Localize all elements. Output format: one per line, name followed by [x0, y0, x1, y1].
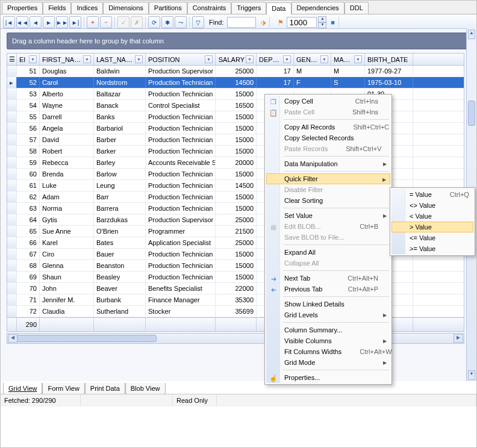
menu-paste-cell[interactable]: 📋 Paste CellShift+Ins — [266, 107, 390, 117]
cell-salary[interactable]: 14500 — [216, 180, 257, 191]
cell-ei[interactable]: 63 — [17, 203, 40, 214]
cell-first-name[interactable]: Luke — [40, 180, 94, 191]
chevron-down-icon[interactable]: ▼ — [246, 55, 254, 63]
cell-ei[interactable]: 71 — [17, 294, 40, 305]
cell-position[interactable]: Production Technician — [146, 249, 216, 260]
filter-gt[interactable]: > Value — [391, 222, 473, 232]
cell-last-name[interactable]: Barrera — [94, 203, 146, 214]
cell-last-name[interactable]: Barley — [94, 157, 146, 168]
cell-position[interactable]: Production Technician — [146, 180, 216, 191]
cell-salary[interactable]: 15000 — [216, 169, 257, 179]
cell-position[interactable]: Benefits Specialist — [146, 283, 216, 294]
cell-last-name[interactable]: Barker — [94, 146, 146, 157]
table-row[interactable]: 71Jennifer M.BurbankFinance Manager35300… — [7, 294, 464, 306]
nav-prev-button[interactable]: ◄ — [30, 16, 42, 28]
chevron-down-icon[interactable]: ▼ — [29, 55, 37, 63]
cell-salary[interactable]: 15000 — [216, 203, 257, 214]
cell-position[interactable]: Production Technician — [146, 77, 216, 88]
chevron-down-icon[interactable]: ▼ — [135, 55, 143, 63]
goto-bookmark-button[interactable]: ⤳ — [175, 16, 187, 28]
tab-constraints[interactable]: Constraints — [187, 2, 232, 14]
cell-position[interactable]: Production Supervisor — [146, 66, 216, 76]
filter-gte[interactable]: >= Value — [391, 243, 473, 254]
cell-birth-date[interactable]: 1975-03-10 — [365, 77, 413, 88]
cell-gender[interactable]: M — [294, 66, 331, 76]
tab-data[interactable]: Data — [266, 2, 291, 14]
filter-lt[interactable]: < Value — [391, 211, 473, 222]
col-header-first-name[interactable]: FIRST_NAME▼ — [40, 54, 94, 65]
cell-salary[interactable]: 25000 — [216, 66, 257, 76]
table-row[interactable]: 68GlennaBeanstonProduction Technician150… — [7, 260, 464, 272]
limit-refresh-icon[interactable]: ■ — [328, 17, 337, 27]
cell-salary[interactable]: 22000 — [216, 283, 257, 294]
menu-save-blob[interactable]: Save BLOB to File... — [266, 232, 390, 243]
find-exec-icon[interactable]: ⬗ — [258, 17, 268, 27]
cell-last-name[interactable]: Nordstrom — [94, 77, 146, 88]
nav-prev-page-button[interactable]: ◄◄ — [16, 16, 28, 28]
menu-visible-columns[interactable]: Visible Columns — [266, 335, 390, 346]
table-row[interactable]: 60BrendaBarlowProduction Technician15000 — [7, 169, 464, 180]
cell-first-name[interactable]: Brenda — [40, 169, 94, 179]
table-row[interactable]: 53AlbertoBaltazarProduction Technician15… — [7, 89, 464, 100]
cell-ei[interactable]: 59 — [17, 157, 40, 168]
cell-position[interactable]: Stocker — [146, 306, 216, 317]
cell-ei[interactable]: 57 — [17, 134, 40, 145]
col-header-salary[interactable]: SALARY▼ — [216, 54, 257, 65]
cell-last-name[interactable]: Beasley — [94, 272, 146, 282]
cell-last-name[interactable]: Burbank — [94, 294, 146, 305]
menu-collapse-all[interactable]: Collapse All — [266, 258, 390, 269]
tab-fields[interactable]: Fields — [43, 2, 71, 14]
cell-first-name[interactable]: Angela — [40, 123, 94, 134]
table-row[interactable]: 70JohnBeaverBenefits Specialist2200012-2… — [7, 283, 464, 294]
menu-quick-filter[interactable]: Quick Filter — [266, 173, 390, 184]
cell-salary[interactable]: 15000 — [216, 260, 257, 271]
filter-eq[interactable]: = ValueCtrl+Q — [391, 189, 473, 200]
cell-first-name[interactable]: Gytis — [40, 214, 94, 225]
cell-salary[interactable]: 15000 — [216, 89, 257, 99]
cell-position[interactable]: Production Technician — [146, 169, 216, 179]
menu-edit-blob[interactable]: ▦ Edit BLOB...Ctrl+B — [266, 221, 390, 232]
chevron-down-icon[interactable]: ▼ — [83, 55, 91, 63]
menu-show-linked[interactable]: Show Linked Details — [266, 299, 390, 310]
table-row[interactable]: 58RobertBarkerProduction Technician15000… — [7, 146, 464, 157]
cell-position[interactable]: Programmer — [146, 226, 216, 237]
cell-first-name[interactable]: Norma — [40, 203, 94, 214]
cell-first-name[interactable]: Jennifer M. — [40, 294, 94, 305]
cell-salary[interactable]: 16500 — [216, 100, 257, 111]
table-row[interactable]: 55DarrellBanksProduction Technician15000… — [7, 111, 464, 123]
menu-disable-filter[interactable]: Disable Filter — [266, 184, 390, 195]
cell-last-name[interactable]: Bauer — [94, 249, 146, 260]
cell-last-name[interactable]: Barlow — [94, 169, 146, 179]
col-header-marital[interactable]: MARITAL▼ — [331, 54, 365, 65]
cell-last-name[interactable]: Barbariol — [94, 123, 146, 134]
filter-button[interactable]: ▽ — [192, 16, 204, 28]
tab-dependencies[interactable]: Dependencies — [292, 2, 344, 14]
cell-salary[interactable]: 15000 — [216, 123, 257, 134]
cell-ei[interactable]: 70 — [17, 283, 40, 294]
cell-position[interactable]: Production Technician — [146, 191, 216, 202]
cell-first-name[interactable]: John — [40, 283, 94, 294]
commit-button[interactable]: ✓ — [117, 16, 129, 28]
nav-next-button[interactable]: ► — [43, 16, 55, 28]
cell-last-name[interactable]: Banack — [94, 100, 146, 111]
cell-first-name[interactable]: Adam — [40, 191, 94, 202]
menu-grid-mode[interactable]: Grid Mode — [266, 357, 390, 368]
cell-last-name[interactable]: Baltazar — [94, 89, 146, 99]
cell-last-name[interactable]: Bates — [94, 237, 146, 248]
cell-last-name[interactable]: Leung — [94, 180, 146, 191]
delete-record-button[interactable]: － — [100, 16, 112, 28]
cell-first-name[interactable]: Alberto — [40, 89, 94, 99]
cell-first-name[interactable]: David — [40, 134, 94, 145]
menu-paste-records[interactable]: Paste RecordsShift+Ctrl+V — [266, 143, 390, 154]
cell-first-name[interactable]: Rebecca — [40, 157, 94, 168]
cell-salary[interactable]: 15000 — [216, 111, 257, 122]
menu-next-tab[interactable]: ➜ Next TabCtrl+Alt+N — [266, 273, 390, 284]
horizontal-scrollbar[interactable]: ◀ ▶ — [7, 333, 464, 344]
cell-first-name[interactable]: Douglas — [40, 66, 94, 76]
cell-salary[interactable]: 15000 — [216, 134, 257, 145]
cell-salary[interactable]: 20000 — [216, 157, 257, 168]
cell-position[interactable]: Production Technician — [146, 111, 216, 122]
cell-salary[interactable]: 35699 — [216, 306, 257, 317]
refresh-button[interactable]: ⟳ — [148, 16, 160, 28]
menu-data-manipulation[interactable]: Data Manipulation — [266, 158, 390, 169]
